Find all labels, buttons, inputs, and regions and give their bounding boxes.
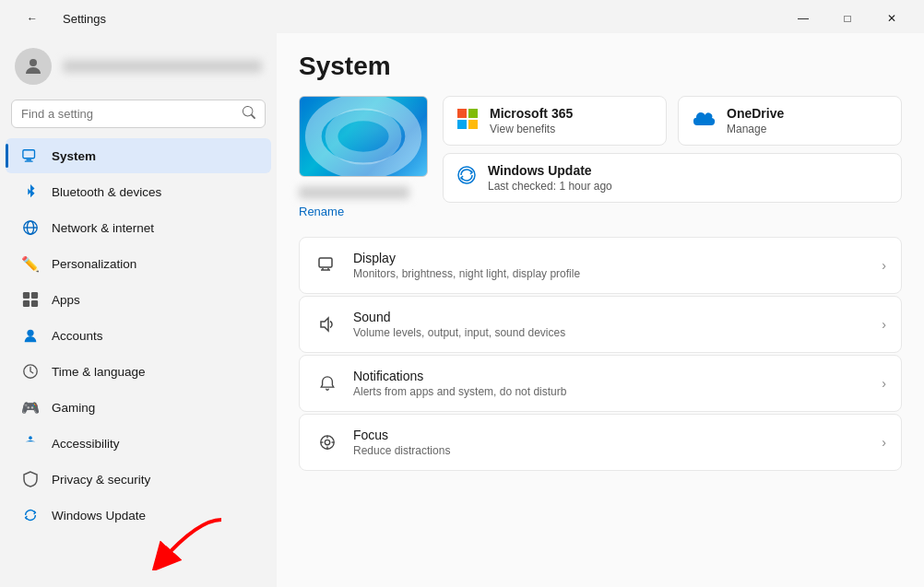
sidebar-nav: System Bluetooth & devices Network & int… — [0, 137, 277, 534]
svg-point-13 — [29, 436, 32, 440]
personalization-icon: ✏️ — [20, 253, 41, 274]
sidebar: System Bluetooth & devices Network & int… — [0, 33, 277, 541]
page-title: System — [299, 52, 902, 81]
microsoft365-desc: View benefits — [490, 123, 653, 135]
back-icon: ← — [27, 12, 38, 25]
update-icon — [20, 505, 41, 525]
sidebar-label-apps: Apps — [52, 293, 80, 307]
onedrive-card[interactable]: OneDrive Manage — [678, 96, 902, 146]
search-icon — [243, 106, 255, 122]
content-area: System Rename — [277, 33, 924, 587]
focus-desc: Reduce distractions — [353, 444, 869, 457]
titlebar: ← Settings — □ ✕ — [0, 0, 924, 33]
microsoft365-icon — [456, 108, 479, 135]
svg-point-0 — [30, 59, 37, 66]
device-image — [299, 96, 428, 177]
network-icon — [20, 217, 41, 238]
focus-title: Focus — [353, 428, 869, 442]
windows-update-name: Windows Update — [488, 163, 888, 178]
svg-rect-7 — [23, 292, 30, 299]
focus-chevron: › — [882, 435, 886, 450]
svg-rect-14 — [457, 109, 467, 118]
sidebar-label-time: Time & language — [52, 365, 146, 379]
titlebar-controls: — □ ✕ — [782, 6, 913, 31]
sidebar-item-privacy[interactable]: Privacy & security — [6, 462, 271, 497]
onedrive-info: OneDrive Manage — [727, 106, 888, 135]
display-title: Display — [353, 251, 869, 265]
microsoft365-info: Microsoft 365 View benefits — [490, 106, 653, 135]
focus-info: Focus Reduce distractions — [353, 428, 869, 457]
minimize-button[interactable]: — — [782, 6, 824, 31]
focus-icon — [314, 434, 340, 451]
settings-row-display[interactable]: Display Monitors, brightness, night ligh… — [299, 237, 902, 294]
settings-list: Display Monitors, brightness, night ligh… — [299, 237, 902, 471]
time-icon — [20, 361, 41, 382]
sidebar-item-personalization[interactable]: ✏️ Personalization — [6, 246, 271, 281]
display-desc: Monitors, brightness, night light, displ… — [353, 267, 869, 280]
sidebar-label-accounts: Accounts — [52, 329, 103, 343]
titlebar-left: ← Settings — [11, 6, 106, 31]
sidebar-item-network[interactable]: Network & internet — [6, 210, 271, 245]
close-button[interactable]: ✕ — [871, 6, 913, 31]
apps-icon — [20, 289, 41, 310]
notifications-info: Notifications Alerts from apps and syste… — [353, 369, 869, 398]
sidebar-label-bluetooth: Bluetooth & devices — [52, 185, 161, 199]
avatar — [15, 48, 52, 85]
system-icon — [20, 146, 41, 166]
gaming-icon: 🎮 — [20, 397, 41, 417]
top-cards: Rename Microsoft 365 View benefits — [299, 96, 902, 218]
maximize-button[interactable]: □ — [826, 6, 869, 31]
settings-row-notifications[interactable]: Notifications Alerts from apps and syste… — [299, 355, 902, 412]
svg-rect-19 — [319, 258, 332, 267]
sidebar-item-bluetooth[interactable]: Bluetooth & devices — [6, 174, 271, 209]
rename-link[interactable]: Rename — [299, 205, 344, 218]
display-chevron: › — [882, 258, 886, 273]
sidebar-item-system[interactable]: System — [6, 138, 271, 173]
svg-rect-17 — [468, 120, 478, 129]
sidebar-item-accounts[interactable]: Accounts — [6, 318, 271, 353]
svg-rect-16 — [457, 120, 467, 129]
bluetooth-icon — [20, 182, 41, 202]
sound-title: Sound — [353, 310, 869, 324]
settings-row-focus[interactable]: Focus Reduce distractions › — [299, 414, 902, 471]
user-name-blurred — [63, 60, 262, 73]
svg-point-11 — [27, 330, 33, 336]
sidebar-item-update[interactable]: Windows Update — [6, 498, 271, 533]
windows-update-desc: Last checked: 1 hour ago — [488, 180, 888, 193]
microsoft365-card[interactable]: Microsoft 365 View benefits — [443, 96, 667, 146]
sidebar-label-gaming: Gaming — [52, 401, 95, 415]
sidebar-label-update: Windows Update — [52, 509, 146, 522]
device-swirl — [300, 97, 427, 176]
app-title: Settings — [63, 12, 106, 26]
main-container: System Bluetooth & devices Network & int… — [0, 33, 924, 587]
sidebar-item-accessibility[interactable]: Accessibility — [6, 426, 271, 461]
svg-rect-8 — [31, 292, 38, 299]
notifications-desc: Alerts from apps and system, do not dist… — [353, 385, 869, 398]
settings-row-sound[interactable]: Sound Volume levels, output, input, soun… — [299, 296, 902, 353]
svg-rect-3 — [25, 160, 33, 161]
search-input[interactable] — [21, 107, 235, 121]
user-profile[interactable] — [0, 41, 277, 96]
search-box[interactable] — [11, 100, 266, 128]
display-info: Display Monitors, brightness, night ligh… — [353, 251, 869, 280]
sidebar-item-time[interactable]: Time & language — [6, 354, 271, 389]
notifications-title: Notifications — [353, 369, 869, 383]
svg-rect-2 — [27, 159, 31, 161]
svg-rect-1 — [23, 150, 35, 158]
notifications-chevron: › — [882, 376, 886, 391]
svg-rect-15 — [468, 109, 478, 118]
sound-desc: Volume levels, output, input, sound devi… — [353, 326, 869, 339]
onedrive-name: OneDrive — [727, 106, 888, 121]
svg-marker-23 — [321, 318, 328, 331]
sidebar-item-gaming[interactable]: 🎮 Gaming — [6, 390, 271, 425]
sidebar-item-apps[interactable]: Apps — [6, 282, 271, 317]
sidebar-label-personalization: Personalization — [52, 257, 136, 271]
device-card: Rename — [299, 96, 428, 218]
windows-update-card[interactable]: Windows Update Last checked: 1 hour ago — [443, 153, 902, 203]
privacy-icon — [20, 469, 41, 489]
back-button[interactable]: ← — [11, 6, 53, 31]
accessibility-icon — [20, 433, 41, 453]
device-name-blurred — [299, 186, 409, 199]
sound-info: Sound Volume levels, output, input, soun… — [353, 310, 869, 339]
accounts-icon — [20, 325, 41, 346]
